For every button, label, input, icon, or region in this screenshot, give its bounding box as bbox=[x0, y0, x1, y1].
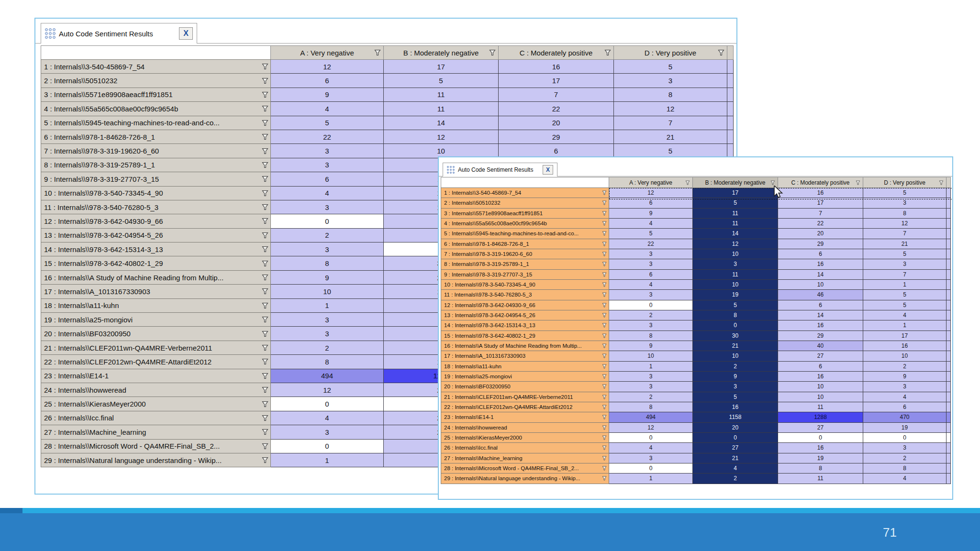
value-cell[interactable]: 1288 bbox=[778, 412, 863, 422]
value-cell[interactable]: 14 bbox=[778, 269, 863, 280]
row-label[interactable]: 25 : Internals\\KierasMeyer2000 bbox=[441, 432, 609, 443]
filter-icon[interactable] bbox=[718, 49, 724, 56]
value-cell[interactable]: 494 bbox=[270, 369, 384, 383]
value-cell[interactable]: 22 bbox=[778, 218, 863, 229]
value-cell[interactable]: 3 bbox=[692, 381, 778, 392]
value-cell[interactable]: 4 bbox=[609, 442, 693, 453]
row-label[interactable]: 21 : Internals\\CLEF2011wn-QA4MRE-Verber… bbox=[441, 392, 609, 402]
value-cell[interactable]: 6 bbox=[609, 198, 693, 208]
value-cell[interactable]: 2 bbox=[692, 361, 778, 372]
value-cell[interactable]: 27 bbox=[778, 351, 863, 361]
row-label[interactable]: 8 : Internals\\978-3-319-25789-1_1 bbox=[41, 158, 271, 172]
value-cell[interactable]: 3 bbox=[609, 381, 693, 392]
row-label[interactable]: 6 : Internals\\978-1-84628-726-8_1 bbox=[41, 130, 271, 144]
value-cell[interactable]: 16 bbox=[778, 320, 863, 331]
filter-icon[interactable] bbox=[602, 343, 607, 348]
value-cell[interactable]: 4 bbox=[270, 101, 384, 116]
value-cell[interactable]: 4 bbox=[270, 186, 384, 200]
row-label[interactable]: 14 : Internals\\978-3-642-15314-3_13 bbox=[441, 320, 609, 331]
filter-icon[interactable] bbox=[770, 180, 775, 185]
row-label[interactable]: 18 : Internals\\a11-kuhn bbox=[41, 298, 271, 313]
row-label[interactable]: 6 : Internals\\978-1-84628-726-8_1 bbox=[441, 239, 609, 249]
filter-icon[interactable] bbox=[602, 190, 607, 195]
filter-icon[interactable] bbox=[262, 218, 268, 224]
filter-icon[interactable] bbox=[602, 405, 607, 409]
value-cell[interactable]: 16 bbox=[692, 402, 778, 412]
value-cell[interactable]: 9 bbox=[692, 371, 778, 382]
value-cell[interactable]: 10 bbox=[778, 381, 863, 392]
row-label[interactable]: 4 : Internals\\55a565c008ae00cf99c9654b bbox=[441, 218, 609, 229]
row-label[interactable]: 4 : Internals\\55a565c008ae00cf99c9654b bbox=[41, 101, 271, 116]
row-label[interactable]: 21 : Internals\\CLEF2011wn-QA4MRE-Verber… bbox=[41, 341, 271, 355]
row-label[interactable]: 15 : Internals\\978-3-642-40802-1_29 bbox=[41, 256, 271, 270]
filter-icon[interactable] bbox=[602, 211, 607, 216]
filter-icon[interactable] bbox=[602, 353, 607, 358]
value-cell[interactable]: 5 bbox=[613, 59, 727, 74]
filter-icon[interactable] bbox=[602, 272, 607, 277]
filter-icon[interactable] bbox=[602, 415, 607, 419]
close-icon[interactable]: X bbox=[543, 165, 553, 175]
row-label[interactable]: 28 : Internals\\Microsoft Word - QA4MRE-… bbox=[41, 439, 271, 453]
row-label[interactable]: 19 : Internals\\a25-mongiovi bbox=[41, 312, 271, 327]
value-cell[interactable]: 14 bbox=[692, 228, 778, 239]
filter-icon[interactable] bbox=[262, 63, 268, 70]
value-cell[interactable]: 20 bbox=[778, 228, 863, 239]
value-cell[interactable]: 21 bbox=[863, 239, 947, 249]
filter-icon[interactable] bbox=[602, 252, 607, 256]
value-cell[interactable]: 0 bbox=[692, 432, 778, 443]
filter-icon[interactable] bbox=[262, 91, 268, 98]
filter-icon[interactable] bbox=[262, 77, 268, 84]
value-cell[interactable]: 3 bbox=[609, 371, 693, 382]
value-cell[interactable]: 16 bbox=[498, 59, 614, 74]
value-cell[interactable]: 3 bbox=[270, 326, 384, 341]
row-label[interactable]: 13 : Internals\\978-3-642-04954-5_26 bbox=[441, 310, 609, 320]
value-cell[interactable]: 17 bbox=[383, 59, 499, 74]
column-header-a[interactable]: A : Very negative bbox=[270, 45, 384, 60]
value-cell[interactable]: 16 bbox=[778, 259, 863, 269]
close-icon[interactable]: X bbox=[179, 27, 193, 40]
filter-icon[interactable] bbox=[374, 49, 381, 56]
value-cell[interactable]: 3 bbox=[270, 312, 384, 327]
value-cell[interactable]: 8 bbox=[863, 463, 947, 474]
value-cell[interactable]: 3 bbox=[863, 259, 947, 269]
value-cell[interactable]: 16 bbox=[778, 187, 863, 198]
value-cell[interactable]: 12 bbox=[613, 101, 727, 116]
filter-icon[interactable] bbox=[262, 302, 268, 309]
row-label[interactable]: 3 : Internals\\5571e89908aeacff1ff91851 bbox=[441, 208, 609, 219]
row-label[interactable]: 26 : Internals\\Icc.final bbox=[41, 411, 271, 425]
value-cell[interactable]: 12 bbox=[270, 59, 384, 74]
value-cell[interactable]: 2 bbox=[270, 341, 384, 355]
value-cell[interactable]: 5 bbox=[863, 300, 947, 310]
row-label[interactable]: 23 : Internals\\E14-1 bbox=[441, 412, 609, 422]
value-cell[interactable]: 10 bbox=[692, 249, 778, 259]
value-cell[interactable]: 10 bbox=[778, 392, 863, 402]
filter-icon[interactable] bbox=[602, 384, 607, 389]
filter-icon[interactable] bbox=[262, 288, 268, 295]
value-cell[interactable]: 4 bbox=[692, 463, 778, 474]
value-cell[interactable]: 40 bbox=[778, 341, 863, 351]
value-cell[interactable]: 14 bbox=[383, 116, 499, 130]
filter-icon[interactable] bbox=[685, 180, 690, 185]
filter-icon[interactable] bbox=[262, 443, 268, 450]
row-label[interactable]: 20 : Internals\\BF03200950 bbox=[441, 381, 609, 392]
row-label[interactable]: 9 : Internals\\978-3-319-27707-3_15 bbox=[41, 172, 271, 186]
column-header-d[interactable]: D : Very positive bbox=[863, 177, 947, 188]
value-cell[interactable]: 3 bbox=[270, 158, 384, 172]
value-cell[interactable]: 5 bbox=[609, 228, 693, 239]
row-label[interactable]: 14 : Internals\\978-3-642-15314-3_13 bbox=[41, 242, 271, 256]
value-cell[interactable]: 30 bbox=[692, 331, 778, 341]
filter-icon[interactable] bbox=[262, 373, 268, 379]
filter-icon[interactable] bbox=[262, 133, 268, 140]
row-label[interactable]: 20 : Internals\\BF03200950 bbox=[41, 326, 271, 341]
filter-icon[interactable] bbox=[602, 292, 607, 297]
value-cell[interactable]: 8 bbox=[609, 402, 693, 412]
row-label[interactable]: 16 : Internals\\A Study of Machine Readi… bbox=[441, 341, 609, 351]
filter-icon[interactable] bbox=[602, 435, 607, 440]
row-label[interactable]: 24 : Internals\\howweread bbox=[441, 422, 609, 433]
value-cell[interactable]: 21 bbox=[692, 341, 778, 351]
value-cell[interactable]: 3 bbox=[863, 381, 947, 392]
row-label[interactable]: 3 : Internals\\5571e89908aeacff1ff91851 bbox=[41, 88, 271, 102]
value-cell[interactable]: 10 bbox=[609, 351, 693, 361]
value-cell[interactable]: 10 bbox=[692, 279, 778, 290]
value-cell[interactable]: 6 bbox=[778, 249, 863, 259]
